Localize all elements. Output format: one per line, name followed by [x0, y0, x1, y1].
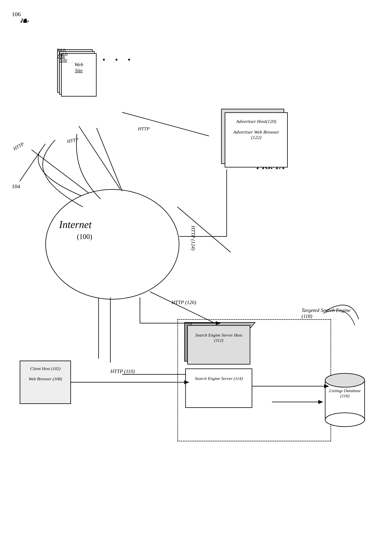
search-server-host-label: Search Engine Server Host (112): [195, 333, 242, 343]
svg-line-3: [122, 112, 209, 136]
search-engine-server-label: Search Engine Server (114): [195, 376, 243, 381]
internet-num: (100): [77, 233, 92, 241]
internet-ellipse: [45, 189, 179, 299]
svg-line-7: [150, 292, 215, 323]
dots: • • •: [103, 55, 132, 65]
web-site-label-3: WebSite: [57, 47, 66, 59]
svg-line-2: [79, 126, 120, 189]
logo-decoration: ❧: [19, 14, 29, 28]
client-host-box: Client Host (102) Web Browser (108): [20, 361, 71, 404]
listings-db-label: Listings Database (116): [329, 388, 361, 398]
targeted-search-label: Targeted Search Engine(118): [301, 307, 350, 319]
svg-line-0: [20, 144, 45, 181]
listings-db-cylinder: Listings Database (116): [323, 369, 366, 428]
advertiser-host-label: Advertiser Host(120): [236, 119, 276, 124]
web-browser-label: Web Browser (108): [29, 376, 62, 381]
svg-point-13: [325, 413, 365, 427]
http-110-label: HTTP (110): [110, 369, 135, 374]
search-engine-server-box: Search Engine Server (114): [185, 369, 252, 408]
advertiser-host-box-front: Advertiser Host(120) Advertiser Web Brow…: [225, 112, 288, 168]
web-site-label-1: WebSite: [62, 62, 96, 73]
internet-label: Internet: [59, 219, 92, 230]
diagram-container: FIG. 1A 106 ❧ WebSite WebSite WebSite • …: [0, 0, 392, 546]
http-label-right: HTTP: [138, 126, 150, 131]
svg-line-1: [32, 150, 97, 199]
advertiser-browser-label: Advertiser Web Browser (122): [233, 130, 279, 140]
search-server-host-front: Search Engine Server Host (112): [187, 325, 250, 364]
http-126-label: HTTP (126): [171, 299, 196, 306]
svg-line-8: [177, 207, 231, 252]
http-124-label: HTTP (124): [190, 226, 196, 250]
svg-point-12: [325, 373, 365, 387]
ref-104: 104: [12, 183, 20, 189]
client-host-label: Client Host (102): [30, 366, 60, 371]
